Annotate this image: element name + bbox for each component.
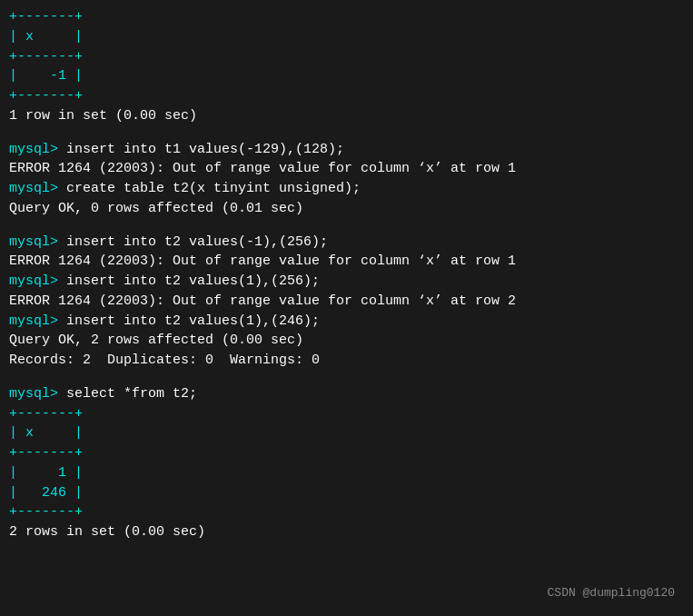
terminal-line: mysql> insert into t1 values(-129),(128)…	[9, 140, 684, 160]
terminal-line: +-------+	[9, 47, 684, 67]
terminal-line: mysql> insert into t2 values(1),(256);	[9, 272, 684, 292]
terminal-line: mysql> insert into t2 values(1),(246);	[9, 312, 684, 332]
watermark: CSDN @dumpling0120	[548, 586, 675, 600]
terminal-line: Query OK, 0 rows affected (0.01 sec)	[9, 199, 684, 219]
terminal-line: ERROR 1264 (22003): Out of range value f…	[9, 292, 684, 312]
terminal-line: Query OK, 2 rows affected (0.00 sec)	[9, 331, 684, 351]
terminal-line: 1 row in set (0.00 sec)	[9, 106, 684, 126]
terminal-line: +-------+	[9, 86, 684, 106]
terminal-output: +-------+| x |+-------+| -1 |+-------+1 …	[9, 7, 684, 542]
terminal-line: | -1 |	[9, 66, 684, 86]
terminal-line: mysql> select *from t2;	[9, 384, 684, 404]
terminal-line: | 246 |	[9, 483, 684, 503]
terminal-line: | 1 |	[9, 463, 684, 483]
terminal-line: mysql> create table t2(x tinyint unsigne…	[9, 179, 684, 199]
terminal-window: +-------+| x |+-------+| -1 |+-------+1 …	[9, 7, 684, 609]
terminal-line: mysql> insert into t2 values(-1),(256);	[9, 233, 684, 253]
terminal-line: +-------+	[9, 502, 684, 522]
terminal-line: | x |	[9, 27, 684, 47]
terminal-line: +-------+	[9, 7, 684, 27]
terminal-line: 2 rows in set (0.00 sec)	[9, 522, 684, 542]
terminal-line: +-------+	[9, 443, 684, 463]
terminal-line	[9, 371, 684, 384]
terminal-line: +-------+	[9, 404, 684, 424]
terminal-line	[9, 126, 684, 140]
terminal-line: ERROR 1264 (22003): Out of range value f…	[9, 159, 684, 179]
terminal-line	[9, 219, 684, 233]
terminal-line: Records: 2 Duplicates: 0 Warnings: 0	[9, 351, 684, 371]
terminal-line: ERROR 1264 (22003): Out of range value f…	[9, 252, 684, 272]
terminal-line: | x |	[9, 423, 684, 443]
